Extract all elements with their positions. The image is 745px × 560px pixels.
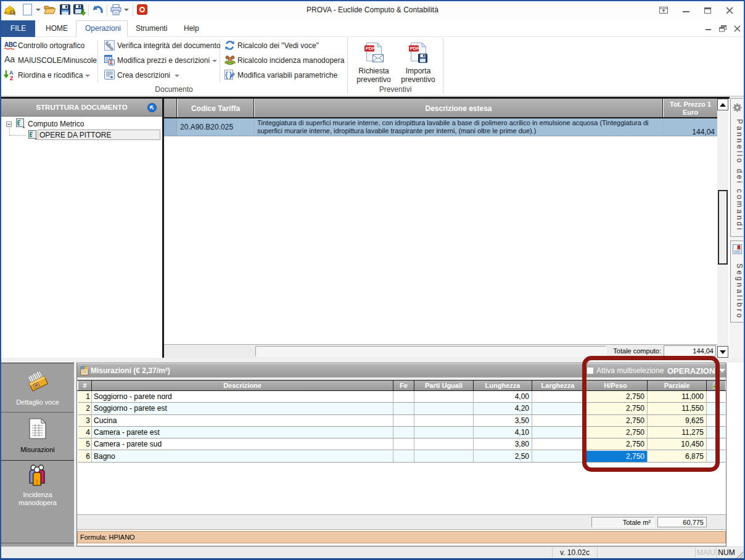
svg-text:PDF: PDF xyxy=(366,46,375,51)
svg-text:Σ: Σ xyxy=(110,59,113,65)
svg-text:PDF: PDF xyxy=(410,46,419,51)
svg-text:Z: Z xyxy=(10,75,14,81)
svg-text:{: { xyxy=(225,70,228,79)
